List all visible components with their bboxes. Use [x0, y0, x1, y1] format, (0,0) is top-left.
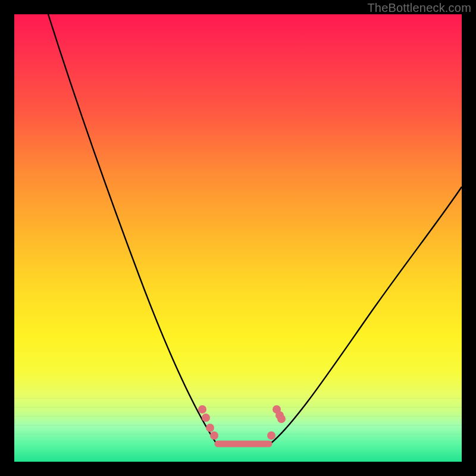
marker-dot — [202, 414, 210, 422]
marker-dot — [210, 431, 218, 440]
watermark-text: TheBottleneck.com — [367, 1, 471, 15]
marker-dot — [206, 424, 214, 432]
marker-dot — [198, 405, 206, 414]
curve-svg — [14, 14, 462, 462]
outer-frame: TheBottleneck.com — [0, 0, 476, 476]
plot-area — [14, 14, 462, 462]
right-curve — [270, 187, 462, 444]
marker-dot — [277, 415, 286, 423]
marker-dot — [267, 431, 275, 440]
left-curve — [48, 14, 217, 444]
marker-group — [198, 405, 286, 440]
